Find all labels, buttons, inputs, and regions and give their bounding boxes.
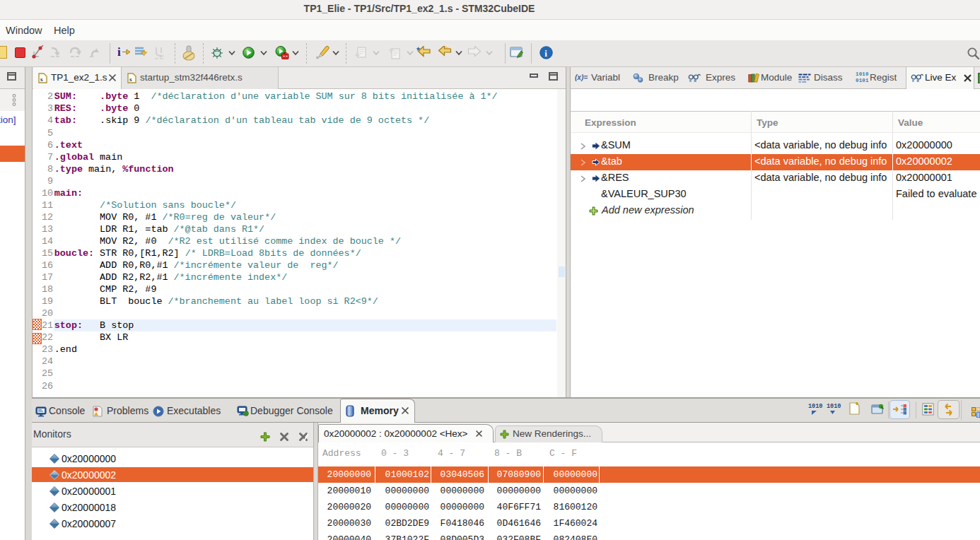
svg-text:s: s bbox=[129, 76, 132, 83]
svg-text:s: s bbox=[40, 76, 43, 83]
svg-text:i: i bbox=[544, 48, 547, 59]
